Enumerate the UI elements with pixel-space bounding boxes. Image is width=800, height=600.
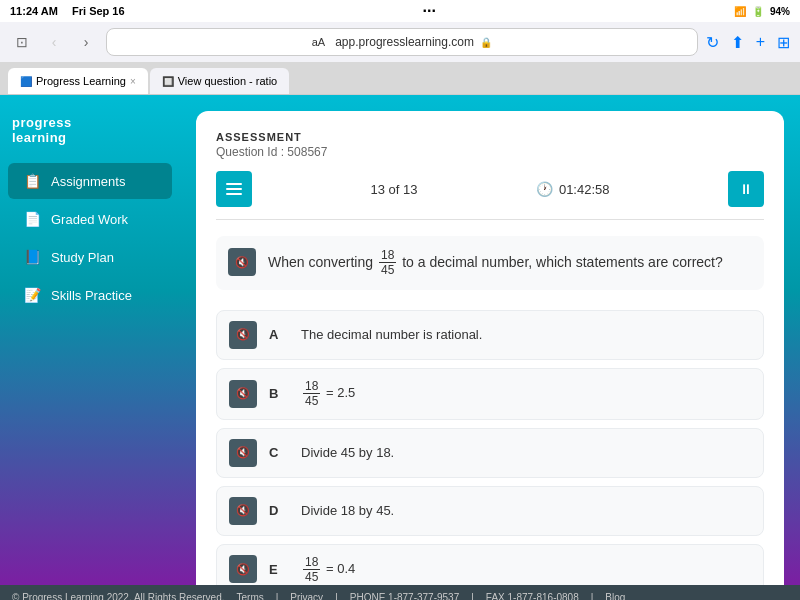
question-counter: 13 of 13	[370, 182, 417, 197]
question-text-before: When converting	[268, 254, 373, 270]
status-right: 📶 🔋 94%	[734, 6, 790, 17]
question-toolbar: 13 of 13 🕐 01:42:58 ⏸	[216, 171, 764, 220]
fraction-denominator: 45	[379, 263, 396, 277]
option-letter-c: C	[269, 445, 289, 460]
footer-separator-4: |	[591, 592, 594, 601]
option-text-a: The decimal number is rational.	[301, 327, 482, 342]
answer-option-d[interactable]: 🔇 D Divide 18 by 45.	[216, 486, 764, 536]
answer-option-b[interactable]: 🔇 B 18 45 = 2.5	[216, 368, 764, 420]
assessment-card: ASSESSMENT Question Id : 508567 13 of 13…	[196, 111, 784, 585]
browser-tabs: 🟦 Progress Learning × 🔲 View question - …	[0, 62, 800, 94]
tab-label-1: Progress Learning	[36, 75, 126, 87]
new-tab-btn[interactable]: +	[756, 33, 765, 51]
sidebar-item-study-plan[interactable]: 📘 Study Plan	[8, 239, 172, 275]
footer-separator-3: |	[471, 592, 474, 601]
option-letter-b: B	[269, 386, 289, 401]
status-center: ···	[423, 2, 436, 20]
question-id: Question Id : 508567	[216, 145, 764, 159]
tab-favicon-1: 🟦	[20, 76, 32, 87]
skills-practice-label: Skills Practice	[51, 288, 132, 303]
wifi-icon: 📶	[734, 6, 746, 17]
footer-privacy[interactable]: Privacy	[290, 592, 323, 601]
aa-label: aA	[312, 36, 325, 48]
option-b-den: 45	[303, 394, 320, 408]
refresh-btn[interactable]: ↻	[706, 33, 719, 52]
question-text: When converting 18 45 to a decimal numbe…	[268, 248, 723, 278]
assignments-label: Assignments	[51, 174, 125, 189]
footer-terms[interactable]: Terms	[236, 592, 263, 601]
option-e-text-after: = 0.4	[326, 561, 355, 576]
option-text-d: Divide 18 by 45.	[301, 503, 394, 518]
tab-label-2: View question - ratio	[178, 75, 277, 87]
main-content: progresslearning 📋 Assignments 📄 Graded …	[0, 95, 800, 585]
sidebar-item-skills-practice[interactable]: 📝 Skills Practice	[8, 277, 172, 313]
share-btn[interactable]: ⬆	[731, 33, 744, 52]
option-text-b: 18 45 = 2.5	[301, 379, 355, 409]
menu-line-1	[226, 183, 242, 185]
menu-line-2	[226, 188, 242, 190]
status-time: 11:24 AM	[10, 5, 58, 17]
tab-progress-learning[interactable]: 🟦 Progress Learning ×	[8, 68, 148, 94]
graded-work-label: Graded Work	[51, 212, 128, 227]
answer-option-a[interactable]: 🔇 A The decimal number is rational.	[216, 310, 764, 360]
audio-button-c[interactable]: 🔇	[229, 439, 257, 467]
status-bar: 11:24 AM Fri Sep 16 ··· 📶 🔋 94%	[0, 0, 800, 22]
address-bar[interactable]: aA app.progresslearning.com 🔒	[106, 28, 698, 56]
question-row: 🔇 When converting 18 45 to a decimal num…	[216, 236, 764, 290]
forward-btn[interactable]: ›	[74, 30, 98, 54]
status-left: 11:24 AM Fri Sep 16	[10, 5, 125, 17]
content-area: ASSESSMENT Question Id : 508567 13 of 13…	[180, 95, 800, 585]
footer-copyright: © Progress Learning 2022, All Rights Res…	[12, 592, 224, 601]
footer-separator-1: |	[276, 592, 279, 601]
footer-phone: PHONE 1-877-377-9537	[350, 592, 460, 601]
option-text-e: 18 45 = 0.4	[301, 555, 355, 585]
clock-icon: 🕐	[536, 181, 553, 197]
pause-button[interactable]: ⏸	[728, 171, 764, 207]
answer-options: 🔇 A The decimal number is rational. 🔇 B …	[216, 310, 764, 585]
audio-button-d[interactable]: 🔇	[229, 497, 257, 525]
tabs-btn[interactable]: ⊞	[777, 33, 790, 52]
audio-button-a[interactable]: 🔇	[229, 321, 257, 349]
audio-button-e[interactable]: 🔇	[229, 555, 257, 583]
lock-icon: 🔒	[480, 37, 492, 48]
fraction-numerator: 18	[379, 248, 396, 263]
menu-button[interactable]	[216, 171, 252, 207]
study-plan-icon: 📘	[24, 249, 41, 265]
graded-work-icon: 📄	[24, 211, 41, 227]
browser-chrome: ⊡ ‹ › aA app.progresslearning.com 🔒 ↻ ⬆ …	[0, 22, 800, 95]
audio-button-question[interactable]: 🔇	[228, 248, 256, 276]
option-e-fraction: 18 45	[303, 555, 320, 585]
footer-fax: FAX 1-877-816-0808	[486, 592, 579, 601]
option-b-text-after: = 2.5	[326, 385, 355, 400]
assessment-header: ASSESSMENT Question Id : 508567	[216, 131, 764, 159]
sidebar-item-assignments[interactable]: 📋 Assignments	[8, 163, 172, 199]
url-text: app.progresslearning.com	[335, 35, 474, 49]
option-letter-a: A	[269, 327, 289, 342]
footer-separator-2: |	[335, 592, 338, 601]
back-btn[interactable]: ‹	[42, 30, 66, 54]
sidebar-logo: progresslearning	[0, 107, 180, 153]
battery-percent: 94%	[770, 6, 790, 17]
option-letter-e: E	[269, 562, 289, 577]
option-e-num: 18	[303, 555, 320, 570]
question-text-after: to a decimal number, which statements ar…	[402, 254, 723, 270]
browser-toolbar: ⊡ ‹ › aA app.progresslearning.com 🔒 ↻ ⬆ …	[0, 22, 800, 62]
footer: © Progress Learning 2022, All Rights Res…	[0, 585, 800, 600]
assessment-label: ASSESSMENT	[216, 131, 764, 143]
option-e-den: 45	[303, 570, 320, 584]
option-text-c: Divide 45 by 18.	[301, 445, 394, 460]
status-date: Fri Sep 16	[72, 5, 125, 17]
answer-option-e[interactable]: 🔇 E 18 45 = 0.4	[216, 544, 764, 585]
sidebar-item-graded-work[interactable]: 📄 Graded Work	[8, 201, 172, 237]
timer-value: 01:42:58	[559, 182, 610, 197]
skills-practice-icon: 📝	[24, 287, 41, 303]
tab-close-1[interactable]: ×	[130, 76, 136, 87]
tab-view-question[interactable]: 🔲 View question - ratio	[150, 68, 289, 94]
audio-button-b[interactable]: 🔇	[229, 380, 257, 408]
toolbar-actions: ↻ ⬆ + ⊞	[706, 33, 790, 52]
answer-option-c[interactable]: 🔇 C Divide 45 by 18.	[216, 428, 764, 478]
footer-blog[interactable]: Blog	[605, 592, 625, 601]
sidebar-toggle-btn[interactable]: ⊡	[10, 30, 34, 54]
timer-section: 🕐 01:42:58	[536, 181, 610, 197]
study-plan-label: Study Plan	[51, 250, 114, 265]
